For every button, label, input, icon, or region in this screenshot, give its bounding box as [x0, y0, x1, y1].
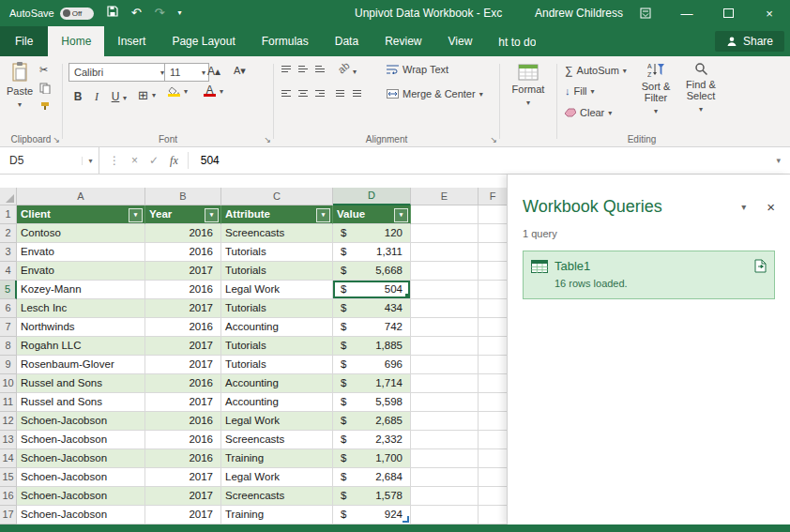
find-select-button[interactable]: Find & Select ▾: [679, 62, 722, 115]
cell-F8[interactable]: [479, 337, 508, 356]
clear-caret-icon[interactable]: ▾: [608, 109, 612, 117]
cell-C5[interactable]: Legal Work: [221, 281, 333, 299]
row-header-15[interactable]: 15: [0, 468, 17, 487]
alignment-dialog-launcher-icon[interactable]: ↘: [490, 135, 497, 144]
cell-B8[interactable]: 2017: [145, 337, 221, 356]
cell-E9[interactable]: [411, 356, 479, 374]
save-icon[interactable]: [107, 0, 118, 26]
clipboard-dialog-launcher-icon[interactable]: ↘: [53, 135, 60, 144]
copy-button[interactable]: [39, 83, 51, 94]
filter-button[interactable]: ▾: [394, 208, 408, 222]
column-header-e[interactable]: E: [411, 188, 479, 205]
customize-qat-caret-icon[interactable]: ▾: [178, 0, 182, 26]
filter-button[interactable]: ▾: [129, 208, 143, 222]
cell-E15[interactable]: [411, 468, 479, 487]
row-header-12[interactable]: 12: [0, 412, 17, 431]
cancel-entry-icon[interactable]: ×: [131, 154, 138, 167]
column-header-b[interactable]: B: [145, 188, 221, 205]
cell-D4[interactable]: $5,668: [333, 262, 411, 281]
cell-B11[interactable]: 2017: [145, 393, 221, 412]
sort-filter-caret-icon[interactable]: ▾: [654, 106, 658, 117]
row-header-16[interactable]: 16: [0, 487, 17, 506]
insert-function-button[interactable]: fx: [170, 154, 178, 168]
panel-caret-icon[interactable]: ▾: [741, 202, 746, 212]
table-header-value[interactable]: Value▾: [333, 205, 411, 224]
row-header-2[interactable]: 2: [0, 224, 17, 243]
tab-file[interactable]: File: [0, 26, 48, 56]
fill-button[interactable]: ↓ Fill ▾: [565, 85, 595, 97]
underline-caret-icon[interactable]: ▾: [123, 94, 127, 102]
formula-bar-handle-icon[interactable]: ⋮: [109, 154, 120, 167]
align-right-button[interactable]: [315, 90, 325, 97]
cell-E10[interactable]: [411, 374, 479, 393]
cell-F13[interactable]: [479, 431, 508, 449]
cell-D7[interactable]: $742: [333, 318, 411, 337]
cell-F14[interactable]: [479, 449, 508, 468]
name-box-caret-icon[interactable]: ▾: [82, 157, 99, 165]
row-header-10[interactable]: 10: [0, 374, 17, 393]
cell-D14[interactable]: $1,700: [333, 449, 411, 468]
cell-B13[interactable]: 2016: [145, 431, 221, 449]
cell-F4[interactable]: [479, 262, 508, 281]
autosave-switch-icon[interactable]: Off: [60, 8, 94, 20]
undo-icon[interactable]: ↶: [131, 0, 142, 26]
cell-A12[interactable]: Schoen-Jacobson: [17, 412, 145, 431]
cell-C14[interactable]: Training: [221, 449, 333, 468]
fill-caret-icon[interactable]: ▾: [591, 87, 595, 96]
cell-D12[interactable]: $2,685: [333, 412, 411, 431]
increase-indent-button[interactable]: [353, 90, 361, 97]
cell-D5[interactable]: $504: [333, 281, 411, 299]
cell-B10[interactable]: 2016: [145, 374, 221, 393]
align-middle-button[interactable]: [298, 66, 308, 72]
cell-C3[interactable]: Tutorials: [221, 243, 333, 262]
cell-C2[interactable]: Screencasts: [221, 224, 333, 243]
cell-E7[interactable]: [411, 318, 479, 337]
merge-center-button[interactable]: Merge & Center ▾: [387, 88, 483, 99]
filter-button[interactable]: ▾: [316, 208, 330, 222]
row-header-17[interactable]: 17: [0, 506, 17, 524]
table-header-client[interactable]: Client▾: [17, 205, 145, 224]
cell-A9[interactable]: Rosenbaum-Glover: [17, 356, 145, 374]
font-size-select[interactable]: 11▾: [164, 63, 209, 82]
cell-E12[interactable]: [411, 412, 479, 431]
cell-B12[interactable]: 2016: [145, 412, 221, 431]
cell-D6[interactable]: $434: [333, 299, 411, 318]
panel-close-icon[interactable]: ×: [767, 199, 775, 215]
cell-B14[interactable]: 2016: [145, 449, 221, 468]
row-header-7[interactable]: 7: [0, 318, 17, 337]
cell-F11[interactable]: [479, 393, 508, 412]
cell-A11[interactable]: Russel and Sons: [17, 393, 145, 412]
table-header-attribute[interactable]: Attribute▾: [221, 205, 333, 224]
tell-me-box[interactable]: ht to do: [485, 26, 536, 56]
ribbon-display-options-icon[interactable]: [625, 0, 666, 26]
row-header-13[interactable]: 13: [0, 431, 17, 449]
cell-A6[interactable]: Lesch Inc: [17, 299, 145, 318]
cell-E11[interactable]: [411, 393, 479, 412]
cell-E17[interactable]: [411, 506, 479, 524]
query-item[interactable]: Table1 16 rows loaded.: [523, 251, 775, 299]
cell-A13[interactable]: Schoen-Jacobson: [17, 431, 145, 449]
cell-E8[interactable]: [411, 337, 479, 356]
autosum-caret-icon[interactable]: ▾: [623, 67, 627, 75]
autosave-toggle[interactable]: AutoSave Off: [9, 8, 94, 20]
cell-F16[interactable]: [479, 487, 508, 506]
clear-button[interactable]: Clear ▾: [565, 107, 612, 118]
cell-D2[interactable]: $120: [333, 224, 411, 243]
row-header-8[interactable]: 8: [0, 337, 17, 356]
grow-font-button[interactable]: A▴: [207, 65, 220, 78]
borders-button[interactable]: ⊞▾: [138, 88, 156, 102]
maximize-icon[interactable]: [707, 0, 749, 26]
row-header-14[interactable]: 14: [0, 449, 17, 468]
filter-button[interactable]: ▾: [205, 208, 219, 222]
column-header-c[interactable]: C: [221, 188, 333, 205]
cell-F2[interactable]: [479, 224, 508, 243]
row-header-5[interactable]: 5: [0, 281, 17, 299]
shrink-font-button[interactable]: A▾: [234, 65, 246, 77]
cell-A3[interactable]: Envato: [17, 243, 145, 262]
cell-B7[interactable]: 2016: [145, 318, 221, 337]
orientation-caret-icon[interactable]: ▾: [353, 68, 357, 76]
cell-E16[interactable]: [411, 487, 479, 506]
row-header-1[interactable]: 1: [0, 205, 17, 224]
tab-data[interactable]: Data: [322, 26, 372, 56]
paste-caret-icon[interactable]: ▾: [18, 99, 22, 111]
